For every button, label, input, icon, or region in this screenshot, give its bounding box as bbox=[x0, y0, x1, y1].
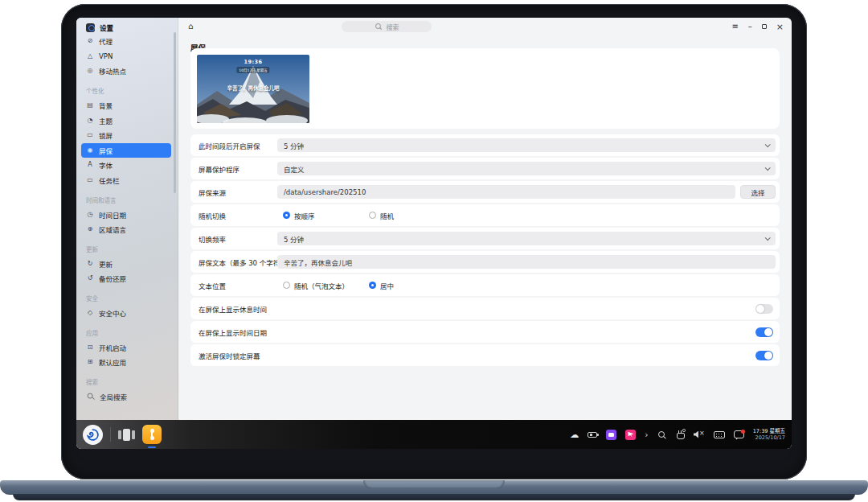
sidebar-item-datetime[interactable]: ◷时间日期 bbox=[81, 207, 171, 222]
text-position-option-1[interactable]: 居中 bbox=[369, 281, 394, 290]
switch-mode-option-1[interactable]: 随机 bbox=[369, 211, 394, 220]
sidebar-item-taskbar[interactable]: ▭任务栏 bbox=[81, 173, 171, 188]
preview-clock-text: 19:36 bbox=[197, 59, 309, 65]
sidebar-item-label: 备份还原 bbox=[99, 274, 126, 283]
menu-icon[interactable]: ≡ bbox=[731, 23, 738, 31]
language-icon: ⊕ bbox=[86, 226, 94, 232]
maximize-icon[interactable] bbox=[762, 24, 767, 29]
sidebar-item-label: 开机启动 bbox=[99, 343, 126, 352]
default-apps-icon: ⊞ bbox=[86, 359, 94, 365]
settings-main-pane: ⌂ 搜索 ≡ – × 屏保 bbox=[178, 18, 792, 420]
screensaver-text-row: 屏保文本（最多 30 个字符）：辛苦了，再休息会儿吧 bbox=[190, 251, 780, 273]
chevron-down-icon bbox=[765, 165, 771, 171]
plug-icon[interactable] bbox=[675, 430, 685, 439]
sidebar-item-label: 锁屏 bbox=[99, 130, 113, 140]
screensaver-text-value: 辛苦了，再休息会儿吧 bbox=[284, 257, 352, 267]
taskbar-clock[interactable]: 17:39 星期五2025/10/17 bbox=[753, 428, 785, 442]
chevron-down-icon bbox=[765, 142, 771, 147]
switch-frequency-value: 5 分钟 bbox=[284, 234, 304, 244]
sidebar-item-theme[interactable]: ◔主题 bbox=[81, 113, 171, 128]
notification-icon[interactable] bbox=[734, 430, 744, 438]
chevron-down-icon bbox=[765, 235, 771, 241]
close-icon[interactable]: × bbox=[776, 23, 784, 31]
settings-rows: 此时间段后开启屏保5 分钟屏幕保护程序自定义屏保来源/data/usershar… bbox=[190, 134, 780, 368]
sidebar-section-label: 个性化 bbox=[86, 84, 171, 98]
battery-icon[interactable] bbox=[588, 432, 597, 438]
keyboard-icon[interactable] bbox=[714, 431, 725, 438]
sidebar-scrollbar[interactable] bbox=[174, 32, 176, 193]
sidebar-item-label: 默认应用 bbox=[99, 357, 126, 367]
screensaver-preview-thumbnail[interactable]: 19:36 10月17日 星期五 辛苦了，再休息会儿吧 bbox=[197, 55, 309, 123]
sidebar-item-label: 时间日期 bbox=[99, 210, 126, 220]
switch-frequency-label: 切换频率 bbox=[199, 234, 226, 244]
lock-on-activate-toggle[interactable] bbox=[755, 351, 773, 360]
sidebar-item-default-apps[interactable]: ⊞默认应用 bbox=[81, 355, 171, 370]
cloud-icon[interactable]: ☁ bbox=[570, 430, 579, 439]
desktop-screen: 设置 ⊘代理△VPN◎移动热点个性化▤背景◔主题▭锁屏◉屏保A字体▭任务栏时间和… bbox=[76, 18, 792, 449]
home-icon[interactable]: ⌂ bbox=[188, 21, 193, 32]
show-datetime-toggle[interactable] bbox=[755, 327, 773, 337]
sidebar-item-global-search[interactable]: 全局搜索 bbox=[81, 389, 171, 405]
orange-app-icon bbox=[142, 425, 162, 444]
laptop-base-notch bbox=[363, 480, 505, 488]
text-position-option-0[interactable]: 随机（气泡文本） bbox=[283, 281, 349, 290]
search-input[interactable]: 搜索 bbox=[342, 21, 432, 32]
screen-recorder-icon[interactable] bbox=[606, 430, 616, 440]
sidebar-item-update[interactable]: ↻更新 bbox=[81, 257, 171, 272]
notification-badge bbox=[741, 430, 745, 434]
source-path-input[interactable]: /data/usershare/202510 bbox=[277, 185, 735, 199]
sidebar-item-language[interactable]: ⊕区域语言 bbox=[81, 222, 171, 237]
sidebar-item-security-center[interactable]: ◇安全中心 bbox=[81, 306, 171, 321]
active-app-indicator bbox=[148, 446, 156, 448]
search-icon[interactable] bbox=[657, 430, 666, 439]
sidebar-item-lockscreen[interactable]: ▭锁屏 bbox=[81, 128, 171, 143]
vpn-icon: △ bbox=[86, 53, 94, 60]
task-view-icon[interactable] bbox=[118, 429, 135, 441]
proxy-icon: ⊘ bbox=[86, 38, 94, 44]
sidebar-item-label: 主题 bbox=[99, 116, 113, 126]
minimize-icon[interactable]: – bbox=[748, 23, 752, 31]
source-path-value: /data/usershare/202510 bbox=[284, 188, 366, 196]
screensaver-program-label: 屏幕保护程序 bbox=[199, 164, 240, 174]
radio-icon bbox=[283, 282, 290, 289]
idle-delay-value: 5 分钟 bbox=[284, 141, 304, 150]
task-view-right-pane bbox=[132, 430, 135, 439]
toggle-knob bbox=[756, 305, 764, 313]
sidebar-item-hotspot[interactable]: ◎移动热点 bbox=[81, 64, 171, 79]
sidebar-item-label: 安全中心 bbox=[99, 308, 126, 318]
idle-delay-select[interactable]: 5 分钟 bbox=[277, 138, 776, 152]
taskbar-icon: ▭ bbox=[86, 177, 94, 183]
switch-mode-row: 随机切换按顺序随机 bbox=[190, 204, 780, 226]
sidebar-item-screensaver[interactable]: ◉屏保 bbox=[81, 143, 171, 158]
sidebar-item-proxy[interactable]: ⊘代理 bbox=[81, 34, 171, 49]
tray-expand-chevron-icon[interactable]: › bbox=[645, 430, 648, 439]
sidebar-item-fonts[interactable]: A字体 bbox=[81, 158, 171, 173]
switch-mode-option-0[interactable]: 按顺序 bbox=[283, 211, 315, 220]
sidebar-item-vpn[interactable]: △VPN bbox=[81, 49, 171, 64]
screensaver-program-select[interactable]: 自定义 bbox=[277, 162, 776, 175]
show-datetime-row: 在屏保上显示时间日期 bbox=[190, 321, 780, 343]
launcher-icon[interactable] bbox=[83, 425, 103, 445]
volume-muted-icon[interactable] bbox=[694, 430, 705, 439]
switch-mode-label: 随机切换 bbox=[199, 211, 226, 220]
active-app-icon[interactable] bbox=[142, 425, 162, 444]
source-path-choose-button[interactable]: 选择 bbox=[740, 185, 776, 199]
remote-assist-icon[interactable] bbox=[625, 430, 636, 440]
datetime-icon: ◷ bbox=[86, 212, 94, 218]
text-position-option-label: 随机（气泡文本） bbox=[294, 281, 349, 290]
switch-frequency-select[interactable]: 5 分钟 bbox=[277, 232, 776, 245]
preview-caption-text: 辛苦了，再休息会儿吧 bbox=[197, 84, 309, 92]
lock-on-activate-row: 激活屏保时锁定屏幕 bbox=[190, 344, 780, 366]
sidebar-item-background[interactable]: ▤背景 bbox=[81, 98, 171, 113]
switch-mode-option-label: 随机 bbox=[380, 211, 394, 220]
show-rest-time-toggle[interactable] bbox=[755, 304, 773, 314]
screensaver-text-input[interactable]: 辛苦了，再休息会儿吧 bbox=[277, 255, 776, 269]
lockscreen-icon: ▭ bbox=[86, 132, 94, 138]
sidebar-item-label: 任务栏 bbox=[99, 175, 120, 185]
idle-delay-row: 此时间段后开启屏保5 分钟 bbox=[190, 134, 780, 156]
switch-mode-option-label: 按顺序 bbox=[294, 211, 315, 220]
sidebar-item-backup[interactable]: ↺备份还原 bbox=[81, 271, 171, 286]
taskbar: ☁›17:39 星期五2025/10/17 bbox=[76, 420, 792, 449]
toggle-knob bbox=[764, 352, 772, 360]
sidebar-item-startup[interactable]: ⊡开机启动 bbox=[81, 339, 171, 355]
